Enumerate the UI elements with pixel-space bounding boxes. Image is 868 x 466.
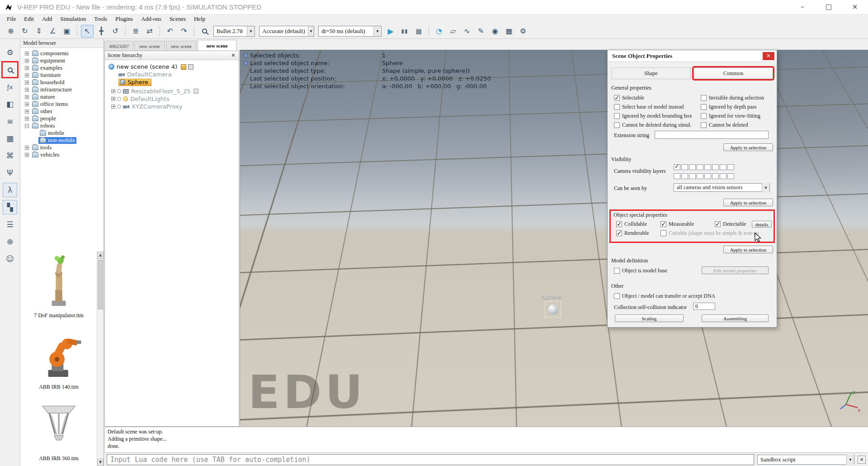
menu-plugins[interactable]: Plugins [111,15,137,23]
scene-properties-icon[interactable] [181,64,186,70]
visibility-eye-icon[interactable]: ◉ [489,25,501,38]
scene-object-properties-icon[interactable] [3,62,17,77]
expander-icon[interactable] [25,117,29,121]
redo-icon[interactable]: ↷ [178,25,190,38]
maximize-button[interactable]: □ [816,0,842,14]
menu-addons[interactable]: Add-ons [137,15,165,23]
layer-checkbox[interactable] [704,173,711,179]
assemble-icon[interactable]: ≣ [129,25,142,38]
can-be-seen-by-dropdown[interactable]: all cameras and vision sensors [674,183,770,192]
apply-to-selection-button-special[interactable]: Apply to selection [723,246,773,253]
layer-checkbox[interactable] [712,164,719,170]
physics-engine-dropdown[interactable]: Bullet 2.78 [213,26,255,37]
camera-angle-icon[interactable]: ∠ [47,25,59,38]
scroll-up-icon[interactable]: ▲ [97,252,104,259]
hierarchy-item-defaultlights[interactable]: DefaultLights [105,95,239,103]
menu-file[interactable]: File [3,15,20,23]
checkbox-cuttable[interactable]: Cuttable (shape must be simple & non-pu [660,230,759,237]
pause-button[interactable]: ▮▮ [398,25,411,38]
real-time-clock-icon[interactable]: ◔ [433,25,445,38]
model-thumbnail[interactable]: 7 DoF manipulator.ttm [27,252,91,319]
checkbox-selectable[interactable]: Selectable [614,95,644,101]
scaling-button[interactable]: Scaling [615,314,684,322]
scrollbar-thumb[interactable] [98,260,103,309]
expander-icon[interactable] [25,95,29,99]
expander-icon[interactable] [25,88,29,92]
details-button[interactable]: details [752,221,772,228]
model-folder-nature[interactable]: nature [20,93,104,100]
model-thumbnail[interactable]: ABB IRB 140.ttm [27,324,91,390]
layer-checkbox[interactable] [727,164,734,170]
sphere-object[interactable] [548,304,558,314]
layer-checkbox[interactable] [720,164,726,170]
expander-icon[interactable] [111,97,115,101]
scroll-down-icon[interactable]: ▼ [97,459,104,466]
menu-help[interactable]: Help [190,15,209,23]
checkbox-collidable[interactable]: Collidable [616,221,647,228]
simulation-settings-icon[interactable]: ⚙ [3,45,17,60]
layer-checkbox[interactable] [674,164,680,170]
menu-edit[interactable]: Edit [20,15,38,23]
layer-checkbox[interactable] [697,164,703,170]
close-hierarchy-icon[interactable]: × [230,52,237,59]
layer-checkbox[interactable] [674,173,680,179]
scripts-icon[interactable]: ≡ [3,114,17,128]
hierarchy-root-row[interactable]: new scene (scene 4) [105,63,239,71]
minimize-button[interactable]: – [789,0,816,14]
layer-checkbox[interactable] [689,164,696,170]
checkbox-object-is-model-base[interactable]: Object is model base [614,267,667,274]
scene-tab-2[interactable]: new scene [166,41,197,51]
checkbox-dna-transfer[interactable]: Object / model can transfer or accept DN… [614,293,715,300]
model-folder-people[interactable]: people [20,115,104,122]
model-folder-vehicles[interactable]: vehicles [20,151,104,158]
menu-add[interactable]: Add [38,15,56,23]
walking-figure-icon[interactable]: λ [3,183,17,197]
expander-icon[interactable] [25,73,29,77]
model-folder-infrastructure[interactable]: infrastructure [20,86,104,93]
checkbox-ignored-by-depth-pass[interactable]: Ignored by depth pass [701,104,757,110]
checkbox-measurable[interactable]: Measurable [660,221,694,228]
model-folder-components[interactable]: components [20,50,104,57]
expander-icon[interactable] [25,81,29,85]
joints-icon[interactable]: Ψ [3,166,17,180]
apply-to-selection-button-general[interactable]: Apply to selection [723,143,773,151]
hierarchy-item-defaultcamera[interactable]: DefaultCamera [105,71,239,78]
scene-tab-3-active[interactable]: new scene [198,40,236,51]
object-grid-icon[interactable]: ▦ [503,25,515,38]
model-folder-equipment[interactable]: equipment [20,57,104,64]
menu-scenes[interactable]: Scenes [165,15,190,23]
model-thumbnail[interactable]: ABB IRB 360.ttm [27,395,91,462]
layer-checkbox[interactable] [727,173,734,179]
calculation-modules-icon[interactable]: ƒx [3,80,17,94]
checkbox-invisible-during-selection[interactable]: Invisible during selection [701,95,764,101]
expander-icon[interactable] [25,146,29,150]
edit-model-properties-button[interactable]: Edit model properties [702,266,769,274]
gears-icon[interactable]: ⚙ [517,25,529,38]
dialog-close-button[interactable]: × [763,52,774,60]
layer-checkbox[interactable] [681,164,688,170]
expander-icon[interactable] [25,66,29,70]
layer-checkbox[interactable] [697,173,703,179]
collections-icon[interactable]: ◧ [3,97,17,111]
object-shift-icon[interactable]: ╋ [95,25,108,38]
expander-icon[interactable] [25,59,29,63]
expander-icon[interactable] [111,89,115,93]
expander-icon[interactable] [25,102,29,106]
page-layout-icon[interactable] [188,64,193,70]
extension-string-field[interactable] [655,131,769,139]
thumbnail-scrollbar[interactable]: ▲ ▼ [97,252,104,466]
model-handling-icon[interactable]: ▚ [3,200,17,214]
vehicle-icon[interactable]: ▱ [447,25,459,38]
checkbox-detectable[interactable]: Detectable [715,221,746,228]
checkbox-renderable[interactable]: Renderable [616,230,649,237]
fit-to-view-icon[interactable]: ▣ [61,25,73,38]
checkbox-cannot-be-deleted-during-simul[interactable]: Cannot be deleted during simul. [614,122,692,128]
path-icon[interactable]: ∿ [461,25,473,38]
checkbox-ignored-by-model-bounding-box[interactable]: Ignored by model bounding box [614,113,692,119]
model-folder-non-mobile[interactable]: non-mobile [20,137,104,144]
stop-button[interactable]: ■ [412,25,425,38]
model-folder-household[interactable]: household [20,79,104,86]
expander-icon[interactable] [25,109,29,114]
path-edit-icon[interactable]: ⌘ [3,148,17,163]
accuracy-dropdown[interactable]: Accurate (default) [259,26,314,37]
